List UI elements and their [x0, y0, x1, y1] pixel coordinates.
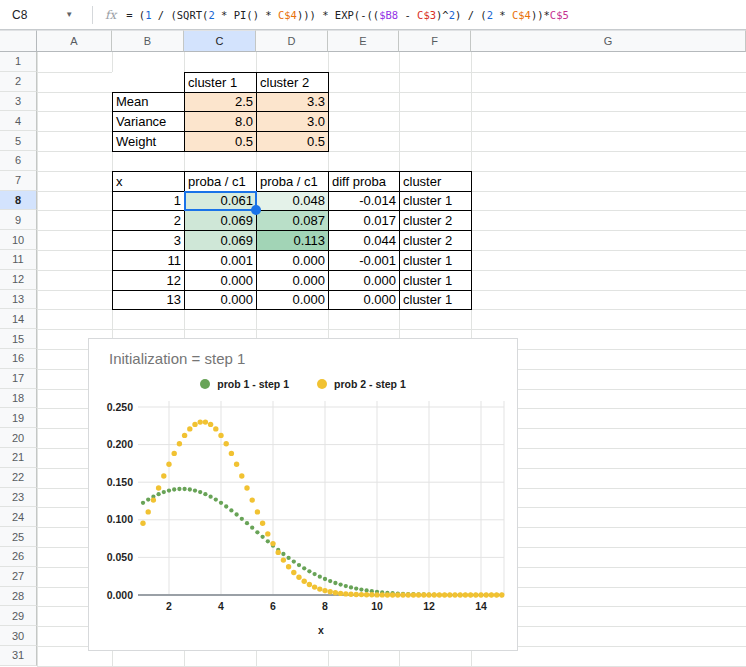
name-box[interactable]: C8 ▼: [0, 0, 88, 30]
row-header-3[interactable]: 3: [0, 92, 37, 112]
proba-cell[interactable]: 11: [113, 250, 185, 270]
proba-cell[interactable]: 0.113: [257, 231, 329, 251]
proba-cell[interactable]: 0.017: [329, 211, 400, 231]
chevron-down-icon[interactable]: ▼: [65, 10, 73, 19]
proba-cell[interactable]: 0.087: [257, 211, 329, 231]
proba-cell[interactable]: 0.001: [185, 250, 257, 270]
row-header-25[interactable]: 25: [0, 527, 37, 547]
data-point: [348, 592, 353, 597]
proba-cell[interactable]: 0.000: [185, 270, 257, 290]
row-header-6[interactable]: 6: [0, 151, 37, 171]
data-point: [229, 451, 234, 456]
column-header-D[interactable]: D: [256, 30, 328, 52]
row-header-24[interactable]: 24: [0, 507, 37, 527]
proba-cell[interactable]: cluster 1: [400, 191, 472, 211]
proba-cell[interactable]: 0.000: [257, 270, 329, 290]
column-header-F[interactable]: F: [399, 30, 471, 52]
formula-input[interactable]: = (1 / (SQRT(2 * PI() * C$4))) * EXP(-((…: [126, 9, 569, 21]
data-point: [166, 462, 171, 467]
proba-cell[interactable]: 3: [113, 231, 185, 251]
row-header-23[interactable]: 23: [0, 488, 37, 508]
cell-B2[interactable]: [113, 72, 185, 92]
select-all-corner[interactable]: [0, 30, 37, 52]
data-point: [224, 504, 228, 508]
row-header-26[interactable]: 26: [0, 547, 37, 567]
data-point: [141, 501, 145, 505]
proba-cell[interactable]: 1: [113, 191, 185, 211]
proba-cell[interactable]: 0.000: [185, 290, 257, 310]
row-header-18[interactable]: 18: [0, 389, 37, 409]
row-header-22[interactable]: 22: [0, 468, 37, 488]
column-header-G[interactable]: G: [471, 30, 746, 52]
proba-col-header[interactable]: x: [113, 171, 185, 191]
proba-cell[interactable]: 0.044: [329, 231, 400, 251]
row-header-30[interactable]: 30: [0, 626, 37, 646]
row-header-20[interactable]: 20: [0, 428, 37, 448]
row-header-31[interactable]: 31: [0, 646, 37, 666]
row-header-12[interactable]: 12: [0, 270, 37, 290]
row-header-27[interactable]: 27: [0, 567, 37, 587]
proba-cell[interactable]: 0.069: [185, 231, 257, 251]
params-value-cell[interactable]: 2.5: [185, 92, 257, 112]
params-col-header[interactable]: cluster 2: [257, 72, 329, 92]
row-header-29[interactable]: 29: [0, 606, 37, 626]
column-header-A[interactable]: A: [37, 30, 112, 52]
column-header-C[interactable]: C: [184, 30, 256, 52]
proba-cell[interactable]: -0.001: [329, 250, 400, 270]
row-header-10[interactable]: 10: [0, 230, 37, 250]
column-header-B[interactable]: B: [112, 30, 184, 52]
proba-cell[interactable]: 0.048: [257, 191, 329, 211]
params-value-cell[interactable]: 3.3: [257, 92, 329, 112]
data-point: [297, 563, 301, 567]
embedded-chart[interactable]: Initialization = step 1 prob 1 - step 1p…: [88, 338, 518, 651]
proba-cell[interactable]: 2: [113, 211, 185, 231]
row-header-17[interactable]: 17: [0, 369, 37, 389]
row-header-2[interactable]: 2: [0, 72, 37, 92]
proba-cell[interactable]: -0.014: [329, 191, 400, 211]
row-header-15[interactable]: 15: [0, 329, 37, 349]
row-header-9[interactable]: 9: [0, 210, 37, 230]
proba-cell[interactable]: cluster 1: [400, 290, 472, 310]
row-header-11[interactable]: 11: [0, 250, 37, 270]
params-value-cell[interactable]: 0.5: [257, 132, 329, 152]
row-header-14[interactable]: 14: [0, 309, 37, 329]
params-value-cell[interactable]: 0.5: [185, 132, 257, 152]
params-row-label[interactable]: Mean: [113, 92, 185, 112]
row-header-28[interactable]: 28: [0, 587, 37, 607]
proba-cell[interactable]: 13: [113, 290, 185, 310]
proba-cell[interactable]: cluster 1: [400, 250, 472, 270]
params-value-cell[interactable]: 8.0: [185, 112, 257, 132]
proba-cell[interactable]: 0.000: [329, 290, 400, 310]
proba-cell[interactable]: cluster 2: [400, 231, 472, 251]
row-header-7[interactable]: 7: [0, 171, 37, 191]
column-header-E[interactable]: E: [328, 30, 399, 52]
params-row-label[interactable]: Variance: [113, 112, 185, 132]
data-point: [250, 526, 254, 530]
row-header-19[interactable]: 19: [0, 408, 37, 428]
proba-col-header[interactable]: diff proba: [329, 171, 400, 191]
proba-cell[interactable]: cluster 2: [400, 211, 472, 231]
proba-cell[interactable]: 0.069: [185, 211, 257, 231]
proba-col-header[interactable]: proba / c1: [185, 171, 257, 191]
params-col-header[interactable]: cluster 1: [185, 72, 257, 92]
proba-cell[interactable]: 0.000: [257, 250, 329, 270]
data-point: [307, 569, 311, 573]
proba-col-header[interactable]: cluster: [400, 171, 472, 191]
params-value-cell[interactable]: 3.0: [257, 112, 329, 132]
data-point: [473, 592, 478, 597]
row-header-16[interactable]: 16: [0, 349, 37, 369]
row-header-1[interactable]: 1: [0, 52, 37, 72]
row-header-8[interactable]: 8: [0, 191, 37, 211]
proba-col-header[interactable]: proba / c1: [257, 171, 329, 191]
proba-cell[interactable]: 12: [113, 270, 185, 290]
data-point: [193, 488, 197, 492]
proba-cell[interactable]: 0.000: [329, 270, 400, 290]
params-row-label[interactable]: Weight: [113, 132, 185, 152]
row-header-21[interactable]: 21: [0, 448, 37, 468]
proba-cell[interactable]: 0.000: [257, 290, 329, 310]
proba-cell[interactable]: cluster 1: [400, 270, 472, 290]
x-tick-label: 8: [322, 600, 328, 612]
row-header-5[interactable]: 5: [0, 131, 37, 151]
row-header-4[interactable]: 4: [0, 111, 37, 131]
row-header-13[interactable]: 13: [0, 290, 37, 310]
